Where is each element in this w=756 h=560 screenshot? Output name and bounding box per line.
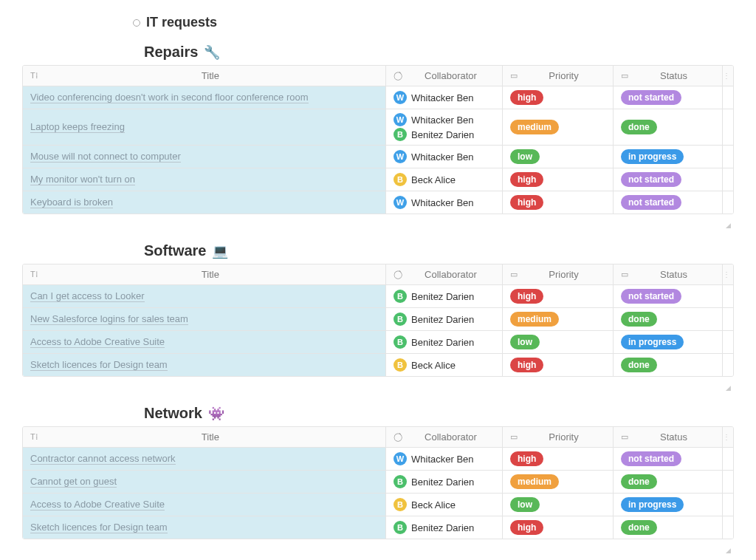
priority-cell[interactable]: medium (503, 109, 614, 145)
add-column-handle[interactable]: ⋮ (723, 427, 732, 447)
collaborator-cell[interactable]: WWhitacker Ben (386, 86, 503, 109)
collaborator-cell[interactable]: BBenitez Darien (386, 308, 503, 330)
priority-header[interactable]: ▭Priority (503, 264, 614, 284)
priority-pill[interactable]: medium (510, 474, 559, 489)
status-cell[interactable]: not started (614, 168, 723, 191)
collaborator-chip[interactable]: BBenitez Darien (394, 313, 474, 326)
collaborator-chip[interactable]: BBenitez Darien (394, 521, 474, 534)
status-pill[interactable]: done (621, 474, 657, 489)
collaborator-cell[interactable]: BBenitez Darien (386, 285, 503, 307)
collaborator-chip[interactable]: WWhitacker Ben (394, 196, 474, 209)
record-title-link[interactable]: Sketch licences for Design team (30, 359, 168, 371)
status-header[interactable]: ▭Status (614, 264, 723, 284)
collaborator-cell[interactable]: BBenitez Darien (386, 331, 503, 353)
title-header[interactable]: T⁞Title (23, 66, 386, 86)
collaborator-cell[interactable]: BBeck Alice (386, 494, 503, 516)
collaborator-header[interactable]: ◯̀Collaborator (386, 264, 503, 284)
record-title-link[interactable]: My monitor won't turn on (30, 174, 135, 185)
status-cell[interactable]: not started (614, 448, 723, 470)
priority-pill[interactable]: high (510, 451, 543, 466)
collaborator-chip[interactable]: WWhitacker Ben (394, 91, 474, 104)
collaborator-chip[interactable]: BBeck Alice (394, 173, 456, 186)
add-column-handle[interactable]: ⋮ (723, 264, 732, 284)
priority-pill[interactable]: high (510, 520, 543, 535)
collaborator-cell[interactable]: BBeck Alice (386, 354, 503, 376)
priority-pill[interactable]: high (510, 172, 543, 187)
collaborator-chip[interactable]: BBeck Alice (394, 498, 456, 511)
status-pill[interactable]: not started (621, 172, 681, 187)
title-cell[interactable]: Can I get access to Looker (23, 285, 386, 307)
title-cell[interactable]: Cannot get on guest (23, 471, 386, 493)
title-cell[interactable]: My monitor won't turn on (23, 168, 386, 191)
collaborator-chip[interactable]: BBeck Alice (394, 358, 456, 372)
status-cell[interactable]: in progress (614, 494, 723, 516)
record-title-link[interactable]: Laptop keeps freezing (30, 121, 125, 133)
collaborator-cell[interactable]: BBenitez Darien (386, 471, 503, 493)
priority-pill[interactable]: high (510, 289, 543, 304)
priority-pill[interactable]: high (510, 90, 543, 105)
title-cell[interactable]: Keyboard is broken (23, 191, 386, 214)
record-title-link[interactable]: Mouse will not connect to computer (30, 151, 181, 163)
title-cell[interactable]: Access to Adobe Creative Suite (23, 331, 386, 353)
priority-pill[interactable]: medium (510, 312, 559, 327)
status-pill[interactable]: not started (621, 289, 681, 304)
title-cell[interactable]: Sketch licences for Design team (23, 516, 386, 539)
priority-cell[interactable]: high (503, 285, 614, 307)
collaborator-header[interactable]: ◯̀Collaborator (386, 427, 503, 447)
priority-pill[interactable]: high (510, 358, 543, 372)
collaborator-cell[interactable]: WWhitacker Ben (386, 448, 503, 470)
status-pill[interactable]: not started (621, 90, 681, 105)
priority-cell[interactable]: high (503, 191, 614, 214)
record-title-link[interactable]: Contractor cannot access network (30, 453, 176, 465)
status-cell[interactable]: not started (614, 191, 723, 214)
record-title-link[interactable]: New Salesforce logins for sales team (30, 313, 188, 325)
priority-cell[interactable]: low (503, 331, 614, 353)
priority-pill[interactable]: low (510, 497, 540, 512)
status-pill[interactable]: not started (621, 451, 681, 466)
priority-cell[interactable]: high (503, 354, 614, 376)
status-pill[interactable]: done (621, 120, 657, 134)
collaborator-header[interactable]: ◯̀Collaborator (386, 66, 503, 86)
status-header[interactable]: ▭Status (614, 427, 723, 447)
collaborator-cell[interactable]: WWhitacker Ben (386, 146, 503, 168)
title-cell[interactable]: Sketch licences for Design team (23, 354, 386, 376)
priority-cell[interactable]: low (503, 146, 614, 168)
collaborator-cell[interactable]: WWhitacker BenBBenitez Darien (386, 109, 503, 145)
status-pill[interactable]: in progress (621, 149, 684, 164)
collaborator-chip[interactable]: BBenitez Darien (394, 128, 474, 141)
title-cell[interactable]: New Salesforce logins for sales team (23, 308, 386, 330)
priority-pill[interactable]: low (510, 335, 540, 349)
status-header[interactable]: ▭Status (614, 66, 723, 86)
title-cell[interactable]: Contractor cannot access network (23, 448, 386, 470)
record-title-link[interactable]: Access to Adobe Creative Suite (30, 336, 165, 348)
status-cell[interactable]: in progress (614, 146, 723, 168)
title-header[interactable]: T⁞Title (23, 427, 386, 447)
status-pill[interactable]: done (621, 358, 657, 372)
record-title-link[interactable]: Cannot get on guest (30, 476, 117, 488)
priority-pill[interactable]: high (510, 195, 543, 210)
priority-cell[interactable]: high (503, 168, 614, 191)
priority-cell[interactable]: low (503, 494, 614, 516)
collaborator-chip[interactable]: BBenitez Darien (394, 475, 474, 488)
status-cell[interactable]: done (614, 354, 723, 376)
status-cell[interactable]: not started (614, 86, 723, 109)
record-title-link[interactable]: Keyboard is broken (30, 197, 113, 208)
collaborator-cell[interactable]: WWhitacker Ben (386, 191, 503, 214)
grid-resize-handle[interactable]: ◢ (22, 547, 734, 554)
status-pill[interactable]: not started (621, 195, 681, 210)
grid-resize-handle[interactable]: ◢ (22, 384, 734, 392)
priority-pill[interactable]: low (510, 149, 540, 164)
collaborator-chip[interactable]: BBenitez Darien (394, 335, 474, 349)
priority-cell[interactable]: high (503, 448, 614, 470)
record-title-link[interactable]: Access to Adobe Creative Suite (30, 499, 165, 511)
collaborator-chip[interactable]: WWhitacker Ben (394, 150, 474, 163)
priority-header[interactable]: ▭Priority (503, 66, 614, 86)
title-cell[interactable]: Access to Adobe Creative Suite (23, 494, 386, 516)
priority-cell[interactable]: medium (503, 471, 614, 493)
add-column-handle[interactable]: ⋮ (723, 66, 732, 86)
priority-cell[interactable]: high (503, 86, 614, 109)
title-header[interactable]: T⁞Title (23, 264, 386, 284)
status-cell[interactable]: done (614, 516, 723, 539)
title-cell[interactable]: Laptop keeps freezing (23, 109, 386, 145)
priority-cell[interactable]: medium (503, 308, 614, 330)
